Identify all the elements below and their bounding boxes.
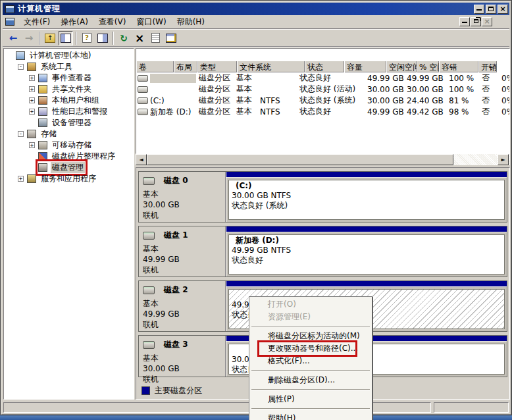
toolbar-button[interactable] (113, 32, 114, 45)
partition[interactable]: 新加卷 (D:) 49.99 GB NTFS 状态良好 (226, 226, 507, 276)
tree-item[interactable]: + 服务和应用程序 (4, 173, 134, 184)
table-row[interactable]: (C:) 磁盘分区 基本 NTFS 状态良好 (系统) 30.00 GB 24.… (136, 95, 509, 106)
cell-capacity: 30.00 GB (365, 85, 404, 94)
volume-rows: 磁盘分区 基本 状态良好 49.99 GB 49.99 GB 100 % 否 0… (136, 72, 509, 117)
volume-icon (138, 75, 148, 82)
context-menu-item[interactable] (251, 389, 370, 390)
disk-info-panel[interactable]: 磁盘 3 基本 30.00 GB 联机 (139, 336, 226, 377)
primary-partition-swatch (141, 386, 150, 395)
disk-info-panel[interactable]: 磁盘 0 基本 30.00 GB 联机 (139, 172, 226, 222)
titlebar[interactable]: 计算机管理 × (3, 3, 509, 15)
tree-expander[interactable]: + (29, 86, 35, 92)
table-row[interactable]: 新加卷 (D:) 磁盘分区 基本 NTFS 状态良好 49.99 GB 49.4… (136, 106, 509, 117)
tree-item[interactable]: + 可移动存储 (4, 140, 134, 151)
tree-item[interactable]: 磁盘碎片整理程序 (4, 151, 134, 162)
context-menu-item[interactable]: 将磁盘分区标为活动的(M) (250, 330, 371, 342)
tree-item[interactable]: - 系统工具 (4, 61, 134, 72)
context-menu-item[interactable] (251, 326, 370, 327)
close-button[interactable]: × (498, 5, 508, 14)
toolbar-button[interactable] (39, 32, 40, 45)
scroll-right-button[interactable]: ► (498, 154, 509, 165)
minimize-button[interactable] (474, 5, 484, 14)
tree-item[interactable]: - 存储 (4, 128, 134, 140)
shared-folders-icon (38, 85, 47, 93)
column-header[interactable]: 状态 (305, 61, 344, 72)
cell-overhead: 0% (499, 107, 510, 117)
table-row[interactable]: 磁盘分区 基本 状态良好 (活动) 30.00 GB 30.00 GB 100 … (136, 84, 509, 95)
partition-body[interactable]: 新加卷 (D:) 49.99 GB NTFS 状态良好 (228, 234, 505, 275)
mdi-close-button[interactable]: × (482, 17, 492, 26)
app-icon (5, 5, 14, 13)
context-menu-item[interactable]: 属性(P) (250, 393, 371, 406)
column-header[interactable]: 容错 (439, 61, 478, 72)
partition[interactable]: (C:) 30.00 GB NTFS 状态良好 (系统) (226, 172, 507, 222)
disk-icon (143, 232, 155, 240)
back-icon[interactable] (6, 31, 20, 45)
column-header[interactable]: 开销 (478, 61, 497, 72)
column-header[interactable]: 类型 (197, 61, 237, 72)
maximize-button[interactable] (486, 5, 496, 14)
delete-icon[interactable] (132, 31, 147, 45)
properties-icon[interactable] (148, 31, 163, 45)
tree-item[interactable]: + 事件查看器 (4, 72, 134, 84)
context-menu-item[interactable]: 打开(O) (250, 298, 371, 311)
scroll-left-button[interactable]: ◄ (136, 154, 147, 165)
tree-expander[interactable]: - (18, 64, 24, 70)
forward-icon[interactable] (22, 31, 36, 45)
refresh-icon[interactable] (116, 31, 131, 45)
disk-info-panel[interactable]: 磁盘 1 基本 49.99 GB 联机 (139, 226, 226, 276)
context-menu-item[interactable] (251, 370, 370, 371)
help-icon[interactable] (80, 31, 94, 45)
detail-pane-icon[interactable] (95, 31, 110, 45)
disk-row[interactable]: 磁盘 0 基本 30.00 GB 联机 (C:) 30.00 GB NTFS 状… (138, 171, 507, 223)
cell-layout: 磁盘分区 (196, 106, 234, 117)
scroll-thumb[interactable] (147, 154, 453, 165)
menu-item[interactable]: 操作(A) (55, 15, 93, 29)
column-header[interactable]: 布局 (174, 61, 197, 72)
partition-body[interactable]: (C:) 30.00 GB NTFS 状态良好 (系统) (228, 180, 505, 220)
tree-expander[interactable]: + (29, 75, 35, 81)
tree-expander[interactable]: + (29, 142, 35, 148)
column-header[interactable]: 文件系统 (237, 61, 305, 72)
cell-type: 基本 (234, 106, 257, 117)
mdi-restore-button[interactable] (471, 17, 481, 26)
column-header[interactable]: % 空闲 (417, 61, 439, 72)
console-tree-toggle-icon[interactable] (59, 31, 73, 45)
tree-expander[interactable]: + (29, 97, 35, 103)
up-level-icon[interactable] (43, 31, 57, 45)
tree-item[interactable]: + 共享文件夹 (4, 84, 134, 95)
table-row[interactable]: 磁盘分区 基本 状态良好 49.99 GB 49.99 GB 100 % 否 0… (136, 72, 509, 84)
tree-item[interactable]: + 本地用户和组 (4, 95, 134, 106)
context-menu-item[interactable]: 格式化(F)... (250, 355, 371, 367)
menu-item[interactable]: 查看(V) (93, 15, 132, 29)
disk-info-panel[interactable]: 磁盘 2 基本 49.99 GB 联机 (139, 281, 226, 331)
disk-row[interactable]: 磁盘 1 基本 49.99 GB 联机 新加卷 (D:) 49.99 GB NT… (138, 226, 507, 277)
tree-item[interactable]: 磁盘管理 (4, 162, 134, 173)
menu-item[interactable]: 帮助(H) (172, 15, 210, 29)
context-menu-item[interactable]: 删除磁盘分区(D)... (250, 374, 371, 386)
tree-expander[interactable]: + (29, 109, 35, 115)
tree-item[interactable]: 设备管理器 (4, 117, 134, 128)
cell-overhead: 0% (499, 74, 510, 83)
mdi-minimize-button[interactable] (459, 17, 470, 26)
tree-item[interactable]: 计算机管理(本地) (4, 50, 134, 61)
tree-expander[interactable]: + (18, 176, 24, 182)
console-window-icon[interactable] (164, 31, 178, 45)
context-menu: 打开(O)资源管理(E)将磁盘分区标为活动的(M)更改驱动器号和路径(C)...… (249, 296, 372, 420)
tree-item-content: 设备管理器 (38, 117, 93, 128)
context-menu-item[interactable]: 更改驱动器号和路径(C)... (250, 342, 371, 355)
context-menu-item[interactable]: 帮助(H) (250, 412, 371, 420)
menu-item[interactable]: 窗口(W) (131, 15, 171, 29)
context-menu-item[interactable]: 资源管理(E) (250, 311, 371, 323)
partition-info: 30.00 GB NTFS (229, 191, 504, 201)
tree-item-label: 事件查看器 (51, 72, 93, 84)
tree-item[interactable]: + 性能日志和警报 (4, 106, 134, 117)
context-menu-item[interactable] (251, 408, 370, 409)
column-header[interactable]: 空闲空间 (386, 61, 417, 72)
tree-expander[interactable]: - (18, 131, 24, 137)
column-header[interactable]: 容量 (344, 61, 386, 72)
horizontal-scrollbar[interactable]: ◄ ► (136, 154, 510, 165)
menu-item[interactable]: 文件(F) (18, 15, 55, 29)
column-header[interactable]: 卷 (136, 61, 174, 72)
toolbar-button[interactable] (76, 32, 77, 45)
